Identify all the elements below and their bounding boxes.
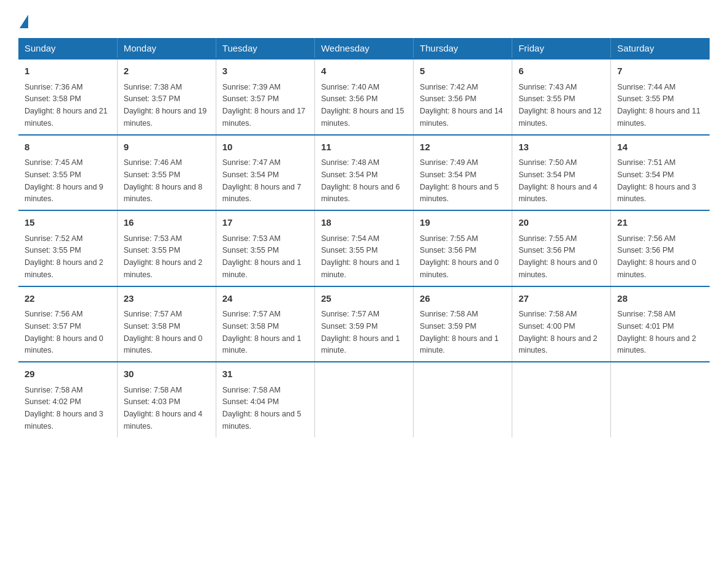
calendar-cell: 25Sunrise: 7:57 AMSunset: 3:59 PMDayligh…	[314, 286, 413, 362]
day-number: 16	[124, 216, 210, 230]
day-info: Sunrise: 7:38 AMSunset: 3:57 PMDaylight:…	[124, 83, 207, 128]
page-header	[18, 12, 710, 28]
calendar-cell: 9Sunrise: 7:46 AMSunset: 3:55 PMDaylight…	[117, 135, 216, 211]
calendar-cell: 22Sunrise: 7:56 AMSunset: 3:57 PMDayligh…	[18, 286, 117, 362]
calendar-cell: 16Sunrise: 7:53 AMSunset: 3:55 PMDayligh…	[117, 210, 216, 286]
calendar-cell: 31Sunrise: 7:58 AMSunset: 4:04 PMDayligh…	[216, 362, 314, 437]
day-info: Sunrise: 7:58 AMSunset: 4:04 PMDaylight:…	[222, 386, 301, 431]
day-number: 22	[25, 292, 111, 306]
day-info: Sunrise: 7:46 AMSunset: 3:55 PMDaylight:…	[124, 158, 203, 203]
day-number: 20	[518, 216, 604, 230]
day-info: Sunrise: 7:45 AMSunset: 3:55 PMDaylight:…	[25, 158, 104, 203]
day-number: 15	[25, 216, 111, 230]
header-wednesday: Wednesday	[314, 38, 413, 59]
calendar-cell: 18Sunrise: 7:54 AMSunset: 3:55 PMDayligh…	[314, 210, 413, 286]
day-number: 10	[222, 140, 308, 155]
calendar-cell: 15Sunrise: 7:52 AMSunset: 3:55 PMDayligh…	[18, 210, 117, 286]
day-info: Sunrise: 7:50 AMSunset: 3:54 PMDaylight:…	[518, 158, 597, 203]
header-friday: Friday	[512, 38, 611, 59]
day-number: 19	[420, 216, 506, 230]
calendar-cell: 30Sunrise: 7:58 AMSunset: 4:03 PMDayligh…	[117, 362, 216, 437]
day-info: Sunrise: 7:53 AMSunset: 3:55 PMDaylight:…	[222, 234, 301, 279]
calendar-week-4: 22Sunrise: 7:56 AMSunset: 3:57 PMDayligh…	[18, 286, 710, 362]
calendar-cell: 3Sunrise: 7:39 AMSunset: 3:57 PMDaylight…	[216, 59, 314, 135]
day-info: Sunrise: 7:58 AMSunset: 4:01 PMDaylight:…	[617, 310, 696, 354]
logo	[18, 12, 28, 28]
calendar-cell: 28Sunrise: 7:58 AMSunset: 4:01 PMDayligh…	[611, 286, 710, 362]
day-number: 4	[321, 64, 407, 79]
day-number: 9	[124, 140, 210, 155]
day-info: Sunrise: 7:43 AMSunset: 3:55 PMDaylight:…	[518, 83, 602, 128]
calendar-cell: 23Sunrise: 7:57 AMSunset: 3:58 PMDayligh…	[117, 286, 216, 362]
calendar-cell: 7Sunrise: 7:44 AMSunset: 3:55 PMDaylight…	[611, 59, 710, 135]
calendar-week-1: 1Sunrise: 7:36 AMSunset: 3:58 PMDaylight…	[18, 59, 710, 135]
calendar-cell: 24Sunrise: 7:57 AMSunset: 3:58 PMDayligh…	[216, 286, 314, 362]
day-number: 29	[25, 367, 111, 381]
day-info: Sunrise: 7:36 AMSunset: 3:58 PMDaylight:…	[25, 83, 108, 128]
calendar-cell: 13Sunrise: 7:50 AMSunset: 3:54 PMDayligh…	[512, 135, 611, 211]
day-number: 28	[617, 292, 703, 306]
day-info: Sunrise: 7:56 AMSunset: 3:57 PMDaylight:…	[25, 310, 104, 354]
day-info: Sunrise: 7:57 AMSunset: 3:58 PMDaylight:…	[124, 310, 203, 354]
calendar-cell: 11Sunrise: 7:48 AMSunset: 3:54 PMDayligh…	[314, 135, 413, 211]
day-info: Sunrise: 7:53 AMSunset: 3:55 PMDaylight:…	[124, 234, 203, 279]
day-number: 23	[124, 292, 210, 306]
day-info: Sunrise: 7:56 AMSunset: 3:56 PMDaylight:…	[617, 234, 696, 279]
header-sunday: Sunday	[18, 38, 117, 59]
calendar-cell	[314, 362, 413, 437]
day-info: Sunrise: 7:52 AMSunset: 3:55 PMDaylight:…	[25, 234, 104, 279]
header-saturday: Saturday	[611, 38, 710, 59]
day-info: Sunrise: 7:58 AMSunset: 3:59 PMDaylight:…	[420, 310, 499, 354]
day-number: 24	[222, 292, 308, 306]
day-info: Sunrise: 7:55 AMSunset: 3:56 PMDaylight:…	[420, 234, 499, 279]
calendar-cell: 27Sunrise: 7:58 AMSunset: 4:00 PMDayligh…	[512, 286, 611, 362]
calendar-cell: 1Sunrise: 7:36 AMSunset: 3:58 PMDaylight…	[18, 59, 117, 135]
calendar-cell: 5Sunrise: 7:42 AMSunset: 3:56 PMDaylight…	[414, 59, 512, 135]
calendar-cell: 2Sunrise: 7:38 AMSunset: 3:57 PMDaylight…	[117, 59, 216, 135]
day-number: 7	[617, 64, 703, 79]
calendar-cell: 26Sunrise: 7:58 AMSunset: 3:59 PMDayligh…	[414, 286, 512, 362]
day-info: Sunrise: 7:51 AMSunset: 3:54 PMDaylight:…	[617, 158, 696, 203]
day-info: Sunrise: 7:57 AMSunset: 3:59 PMDaylight:…	[321, 310, 400, 354]
day-number: 27	[518, 292, 604, 306]
day-number: 5	[420, 64, 506, 79]
calendar-week-3: 15Sunrise: 7:52 AMSunset: 3:55 PMDayligh…	[18, 210, 710, 286]
header-tuesday: Tuesday	[216, 38, 314, 59]
logo-triangle-icon	[20, 15, 28, 28]
day-info: Sunrise: 7:57 AMSunset: 3:58 PMDaylight:…	[222, 310, 301, 354]
calendar-cell: 20Sunrise: 7:55 AMSunset: 3:56 PMDayligh…	[512, 210, 611, 286]
calendar-cell: 8Sunrise: 7:45 AMSunset: 3:55 PMDaylight…	[18, 135, 117, 211]
day-info: Sunrise: 7:48 AMSunset: 3:54 PMDaylight:…	[321, 158, 400, 203]
calendar-header-row: SundayMondayTuesdayWednesdayThursdayFrid…	[18, 38, 710, 59]
calendar-cell	[611, 362, 710, 437]
day-info: Sunrise: 7:47 AMSunset: 3:54 PMDaylight:…	[222, 158, 301, 203]
calendar-cell: 6Sunrise: 7:43 AMSunset: 3:55 PMDaylight…	[512, 59, 611, 135]
calendar-cell: 10Sunrise: 7:47 AMSunset: 3:54 PMDayligh…	[216, 135, 314, 211]
day-info: Sunrise: 7:58 AMSunset: 4:00 PMDaylight:…	[518, 310, 597, 354]
header-monday: Monday	[117, 38, 216, 59]
calendar-cell: 14Sunrise: 7:51 AMSunset: 3:54 PMDayligh…	[611, 135, 710, 211]
calendar-week-5: 29Sunrise: 7:58 AMSunset: 4:02 PMDayligh…	[18, 362, 710, 437]
calendar-table: SundayMondayTuesdayWednesdayThursdayFrid…	[18, 38, 710, 437]
calendar-cell	[512, 362, 611, 437]
day-info: Sunrise: 7:58 AMSunset: 4:02 PMDaylight:…	[25, 386, 104, 431]
day-number: 1	[25, 64, 111, 79]
day-info: Sunrise: 7:40 AMSunset: 3:56 PMDaylight:…	[321, 83, 404, 128]
calendar-cell: 29Sunrise: 7:58 AMSunset: 4:02 PMDayligh…	[18, 362, 117, 437]
day-number: 2	[124, 64, 210, 79]
day-number: 25	[321, 292, 407, 306]
day-info: Sunrise: 7:49 AMSunset: 3:54 PMDaylight:…	[420, 158, 499, 203]
day-number: 30	[124, 367, 210, 381]
day-number: 3	[222, 64, 308, 79]
calendar-cell: 12Sunrise: 7:49 AMSunset: 3:54 PMDayligh…	[414, 135, 512, 211]
calendar-week-2: 8Sunrise: 7:45 AMSunset: 3:55 PMDaylight…	[18, 135, 710, 211]
day-number: 18	[321, 216, 407, 230]
calendar-cell: 17Sunrise: 7:53 AMSunset: 3:55 PMDayligh…	[216, 210, 314, 286]
day-number: 8	[25, 140, 111, 155]
day-number: 31	[222, 367, 308, 381]
day-info: Sunrise: 7:58 AMSunset: 4:03 PMDaylight:…	[124, 386, 203, 431]
day-number: 17	[222, 216, 308, 230]
day-number: 6	[518, 64, 604, 79]
header-thursday: Thursday	[414, 38, 512, 59]
day-number: 12	[420, 140, 506, 155]
